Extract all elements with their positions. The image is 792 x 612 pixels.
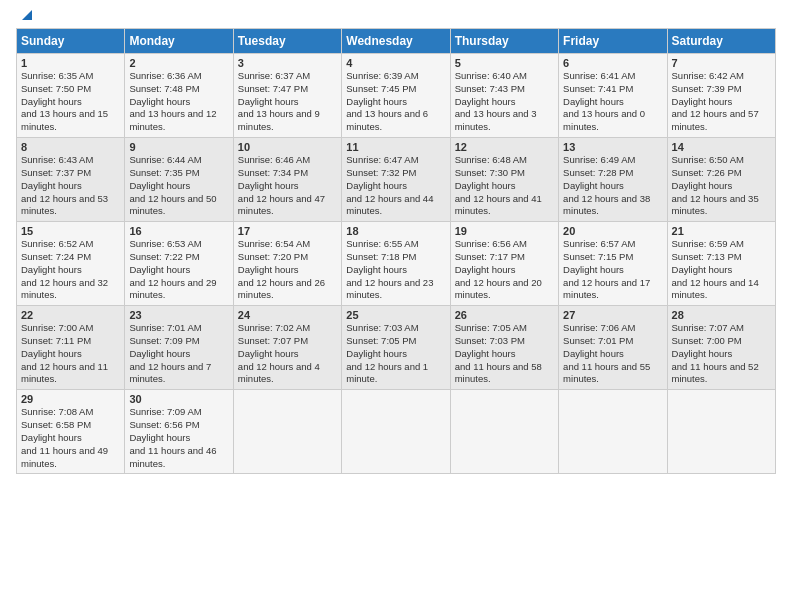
day-number: 14 (672, 141, 771, 153)
day-number: 26 (455, 309, 554, 321)
day-content: Sunrise: 7:01 AMSunset: 7:09 PMDaylight … (129, 322, 228, 386)
logo-icon (18, 6, 36, 24)
day-cell (450, 390, 558, 474)
day-number: 12 (455, 141, 554, 153)
day-content: Sunrise: 7:05 AMSunset: 7:03 PMDaylight … (455, 322, 554, 386)
header-cell-sunday: Sunday (17, 29, 125, 54)
day-cell: 11Sunrise: 6:47 AMSunset: 7:32 PMDayligh… (342, 138, 450, 222)
day-number: 30 (129, 393, 228, 405)
header-cell-thursday: Thursday (450, 29, 558, 54)
day-content: Sunrise: 6:42 AMSunset: 7:39 PMDaylight … (672, 70, 771, 134)
day-cell: 6Sunrise: 6:41 AMSunset: 7:41 PMDaylight… (559, 54, 667, 138)
day-cell: 30Sunrise: 7:09 AMSunset: 6:56 PMDayligh… (125, 390, 233, 474)
day-cell: 12Sunrise: 6:48 AMSunset: 7:30 PMDayligh… (450, 138, 558, 222)
day-content: Sunrise: 7:09 AMSunset: 6:56 PMDaylight … (129, 406, 228, 470)
day-content: Sunrise: 6:35 AMSunset: 7:50 PMDaylight … (21, 70, 120, 134)
day-cell: 26Sunrise: 7:05 AMSunset: 7:03 PMDayligh… (450, 306, 558, 390)
day-cell: 28Sunrise: 7:07 AMSunset: 7:00 PMDayligh… (667, 306, 775, 390)
day-cell: 27Sunrise: 7:06 AMSunset: 7:01 PMDayligh… (559, 306, 667, 390)
calendar-body: 1Sunrise: 6:35 AMSunset: 7:50 PMDaylight… (17, 54, 776, 474)
day-cell: 9Sunrise: 6:44 AMSunset: 7:35 PMDaylight… (125, 138, 233, 222)
day-cell (233, 390, 341, 474)
day-cell: 7Sunrise: 6:42 AMSunset: 7:39 PMDaylight… (667, 54, 775, 138)
day-cell: 19Sunrise: 6:56 AMSunset: 7:17 PMDayligh… (450, 222, 558, 306)
day-number: 29 (21, 393, 120, 405)
day-content: Sunrise: 6:37 AMSunset: 7:47 PMDaylight … (238, 70, 337, 134)
day-content: Sunrise: 6:41 AMSunset: 7:41 PMDaylight … (563, 70, 662, 134)
week-row-1: 8Sunrise: 6:43 AMSunset: 7:37 PMDaylight… (17, 138, 776, 222)
day-number: 13 (563, 141, 662, 153)
week-row-0: 1Sunrise: 6:35 AMSunset: 7:50 PMDaylight… (17, 54, 776, 138)
day-number: 27 (563, 309, 662, 321)
day-number: 16 (129, 225, 228, 237)
day-content: Sunrise: 6:43 AMSunset: 7:37 PMDaylight … (21, 154, 120, 218)
day-content: Sunrise: 6:53 AMSunset: 7:22 PMDaylight … (129, 238, 228, 302)
day-number: 24 (238, 309, 337, 321)
calendar-table: SundayMondayTuesdayWednesdayThursdayFrid… (16, 28, 776, 474)
week-row-4: 29Sunrise: 7:08 AMSunset: 6:58 PMDayligh… (17, 390, 776, 474)
day-cell: 13Sunrise: 6:49 AMSunset: 7:28 PMDayligh… (559, 138, 667, 222)
day-cell: 5Sunrise: 6:40 AMSunset: 7:43 PMDaylight… (450, 54, 558, 138)
day-cell: 23Sunrise: 7:01 AMSunset: 7:09 PMDayligh… (125, 306, 233, 390)
header-cell-tuesday: Tuesday (233, 29, 341, 54)
day-cell: 29Sunrise: 7:08 AMSunset: 6:58 PMDayligh… (17, 390, 125, 474)
day-content: Sunrise: 6:36 AMSunset: 7:48 PMDaylight … (129, 70, 228, 134)
day-cell: 4Sunrise: 6:39 AMSunset: 7:45 PMDaylight… (342, 54, 450, 138)
day-cell: 14Sunrise: 6:50 AMSunset: 7:26 PMDayligh… (667, 138, 775, 222)
day-number: 2 (129, 57, 228, 69)
day-cell: 24Sunrise: 7:02 AMSunset: 7:07 PMDayligh… (233, 306, 341, 390)
day-content: Sunrise: 6:59 AMSunset: 7:13 PMDaylight … (672, 238, 771, 302)
day-number: 22 (21, 309, 120, 321)
day-cell: 1Sunrise: 6:35 AMSunset: 7:50 PMDaylight… (17, 54, 125, 138)
day-number: 19 (455, 225, 554, 237)
day-content: Sunrise: 6:55 AMSunset: 7:18 PMDaylight … (346, 238, 445, 302)
header (16, 10, 776, 20)
day-content: Sunrise: 6:40 AMSunset: 7:43 PMDaylight … (455, 70, 554, 134)
day-content: Sunrise: 7:08 AMSunset: 6:58 PMDaylight … (21, 406, 120, 470)
day-content: Sunrise: 7:07 AMSunset: 7:00 PMDaylight … (672, 322, 771, 386)
header-cell-saturday: Saturday (667, 29, 775, 54)
day-cell: 25Sunrise: 7:03 AMSunset: 7:05 PMDayligh… (342, 306, 450, 390)
day-number: 20 (563, 225, 662, 237)
day-content: Sunrise: 6:48 AMSunset: 7:30 PMDaylight … (455, 154, 554, 218)
week-row-2: 15Sunrise: 6:52 AMSunset: 7:24 PMDayligh… (17, 222, 776, 306)
day-number: 17 (238, 225, 337, 237)
day-number: 10 (238, 141, 337, 153)
day-content: Sunrise: 6:47 AMSunset: 7:32 PMDaylight … (346, 154, 445, 218)
day-content: Sunrise: 6:39 AMSunset: 7:45 PMDaylight … (346, 70, 445, 134)
day-content: Sunrise: 7:03 AMSunset: 7:05 PMDaylight … (346, 322, 445, 386)
day-content: Sunrise: 7:00 AMSunset: 7:11 PMDaylight … (21, 322, 120, 386)
logo (16, 10, 36, 20)
day-cell (667, 390, 775, 474)
day-number: 7 (672, 57, 771, 69)
header-cell-wednesday: Wednesday (342, 29, 450, 54)
day-number: 3 (238, 57, 337, 69)
day-content: Sunrise: 6:49 AMSunset: 7:28 PMDaylight … (563, 154, 662, 218)
day-cell: 8Sunrise: 6:43 AMSunset: 7:37 PMDaylight… (17, 138, 125, 222)
day-cell: 2Sunrise: 6:36 AMSunset: 7:48 PMDaylight… (125, 54, 233, 138)
header-cell-monday: Monday (125, 29, 233, 54)
day-number: 1 (21, 57, 120, 69)
svg-marker-0 (22, 10, 32, 20)
day-cell: 21Sunrise: 6:59 AMSunset: 7:13 PMDayligh… (667, 222, 775, 306)
day-number: 28 (672, 309, 771, 321)
day-cell: 3Sunrise: 6:37 AMSunset: 7:47 PMDaylight… (233, 54, 341, 138)
header-cell-friday: Friday (559, 29, 667, 54)
day-content: Sunrise: 6:54 AMSunset: 7:20 PMDaylight … (238, 238, 337, 302)
day-cell (559, 390, 667, 474)
day-content: Sunrise: 6:46 AMSunset: 7:34 PMDaylight … (238, 154, 337, 218)
day-cell: 22Sunrise: 7:00 AMSunset: 7:11 PMDayligh… (17, 306, 125, 390)
day-number: 9 (129, 141, 228, 153)
day-number: 5 (455, 57, 554, 69)
day-cell: 20Sunrise: 6:57 AMSunset: 7:15 PMDayligh… (559, 222, 667, 306)
day-content: Sunrise: 6:57 AMSunset: 7:15 PMDaylight … (563, 238, 662, 302)
day-number: 23 (129, 309, 228, 321)
day-content: Sunrise: 7:02 AMSunset: 7:07 PMDaylight … (238, 322, 337, 386)
day-cell (342, 390, 450, 474)
day-cell: 18Sunrise: 6:55 AMSunset: 7:18 PMDayligh… (342, 222, 450, 306)
day-number: 18 (346, 225, 445, 237)
day-cell: 16Sunrise: 6:53 AMSunset: 7:22 PMDayligh… (125, 222, 233, 306)
day-content: Sunrise: 6:52 AMSunset: 7:24 PMDaylight … (21, 238, 120, 302)
day-content: Sunrise: 6:44 AMSunset: 7:35 PMDaylight … (129, 154, 228, 218)
day-number: 11 (346, 141, 445, 153)
